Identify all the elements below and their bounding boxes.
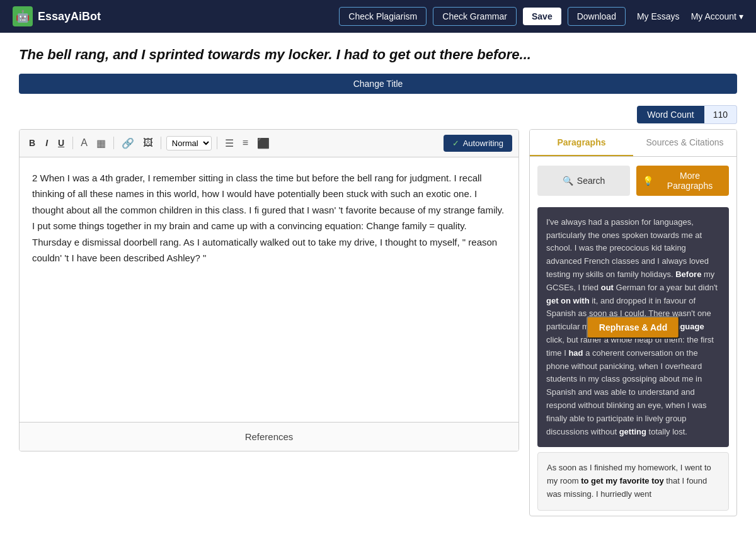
tab-sources-citations[interactable]: Sources & Citations — [633, 130, 736, 156]
toolbar-separator-2 — [113, 137, 114, 149]
toolbar-separator-3 — [161, 137, 161, 149]
main-container: The bell rang, and I sprinted towards my… — [0, 33, 756, 516]
check-plagiarism-button[interactable]: Check Plagiarism — [339, 7, 427, 26]
checkmark-icon: ✓ — [452, 139, 459, 148]
paragraph-card-2-inner: As soon as I finished my homework, I wen… — [538, 453, 728, 509]
sidebar-actions: 🔍 Search 💡 More Paragraphs — [530, 157, 736, 202]
brand-name: EssayAiBot — [38, 10, 101, 23]
image-button[interactable]: 🖼 — [140, 136, 156, 150]
word-count-bar: Word Count 110 — [19, 105, 737, 124]
sidebar-panel: Paragraphs Sources & Citations 🔍 Search … — [529, 129, 737, 516]
toolbar-separator-1 — [72, 137, 73, 149]
brand: 🤖 EssayAiBot — [13, 6, 101, 26]
tab-paragraphs[interactable]: Paragraphs — [530, 130, 633, 156]
sidebar-tabs: Paragraphs Sources & Citations — [530, 130, 736, 157]
align-button[interactable]: ⬛ — [255, 136, 272, 150]
autowriting-button[interactable]: ✓ Autowriting — [444, 135, 512, 152]
editor-content[interactable]: 2 When I was a 4th grader, I remember si… — [20, 157, 518, 422]
download-button[interactable]: Download — [568, 7, 626, 26]
word-count-label: Word Count — [637, 106, 704, 123]
font-color-button[interactable]: A — [78, 136, 90, 150]
unordered-list-button[interactable]: ≡ — [240, 136, 251, 150]
references-section: References — [20, 422, 518, 451]
paragraph-card-1: Rephrase & Add I've always had a passion… — [537, 207, 729, 448]
highlight-button[interactable]: ▦ — [94, 136, 108, 150]
change-title-button[interactable]: Change Title — [19, 74, 737, 94]
check-grammar-button[interactable]: Check Grammar — [433, 7, 517, 26]
navbar: 🤖 EssayAiBot Check Plagiarism Check Gram… — [0, 0, 756, 33]
style-select[interactable]: Normal — [166, 136, 212, 150]
lightbulb-icon: 💡 — [643, 176, 653, 186]
ordered-list-button[interactable]: ☰ — [222, 136, 236, 150]
paragraph-card-2: As soon as I finished my homework, I wen… — [537, 452, 729, 510]
my-account-menu[interactable]: My Account ▾ — [691, 11, 743, 21]
search-button[interactable]: 🔍 Search — [537, 166, 630, 196]
paragraph-card-1-inner: Rephrase & Add I've always had a passion… — [537, 207, 729, 448]
my-essays-link[interactable]: My Essays — [632, 8, 685, 25]
underline-button[interactable]: U — [55, 137, 67, 149]
search-icon: 🔍 — [563, 176, 573, 186]
bold-button[interactable]: B — [26, 137, 38, 149]
essay-title: The bell rang, and I sprinted towards my… — [19, 45, 737, 65]
editor-sidebar-layout: B I U A ▦ 🔗 🖼 Normal ☰ ≡ ⬛ ✓ Auto — [19, 129, 737, 516]
toolbar: B I U A ▦ 🔗 🖼 Normal ☰ ≡ ⬛ ✓ Auto — [20, 130, 518, 157]
link-button[interactable]: 🔗 — [119, 136, 137, 150]
editor-panel: B I U A ▦ 🔗 🖼 Normal ☰ ≡ ⬛ ✓ Auto — [19, 129, 519, 451]
more-paragraphs-button[interactable]: 💡 More Paragraphs — [636, 166, 729, 196]
toolbar-separator-4 — [217, 137, 217, 149]
save-button[interactable]: Save — [523, 8, 561, 25]
italic-button[interactable]: I — [42, 137, 51, 149]
robot-icon: 🤖 — [13, 6, 33, 26]
word-count-value: 110 — [704, 105, 737, 124]
chevron-down-icon: ▾ — [739, 11, 743, 21]
rephrase-add-button[interactable]: Rephrase & Add — [587, 316, 680, 339]
